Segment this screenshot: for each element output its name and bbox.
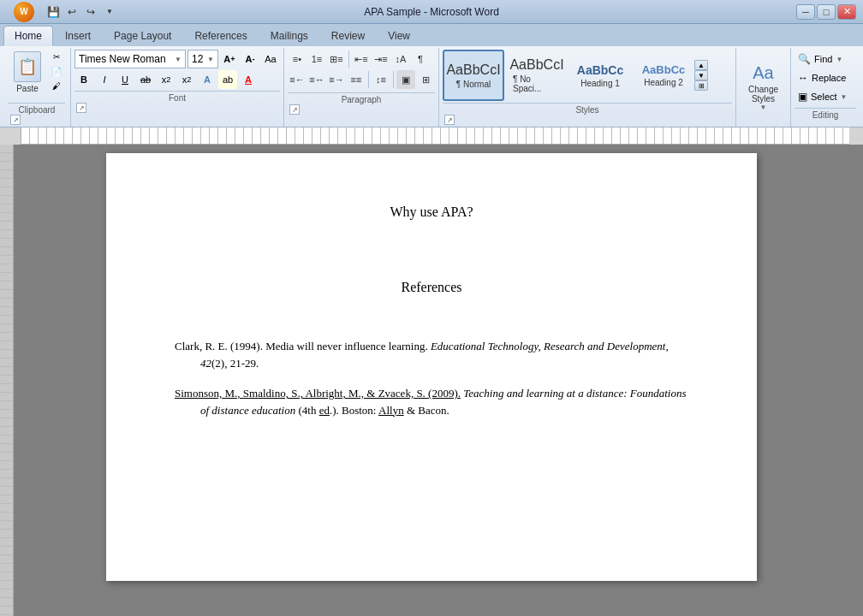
align-right-button[interactable]: ≡→ [327,70,346,89]
styles-scroll-down-button[interactable]: ▼ [694,70,708,80]
style-normal-button[interactable]: AaBbCcI ¶ Normal [443,50,504,101]
font-color-button[interactable]: A [239,70,258,89]
ref2-normal2: .). Boston: [330,404,378,417]
change-styles-button[interactable]: Aa ChangeStyles ▼ [736,48,791,127]
tab-view[interactable]: View [377,26,421,46]
font-expand-btn[interactable]: ↗ [76,103,86,113]
editing-section: 🔍 Find ▼ ↔ Replace ▣ Select ▼ Editing [791,48,860,127]
numbering-button[interactable]: 1≡ [307,50,326,68]
show-marks-button[interactable]: ¶ [411,50,430,68]
align-left-button[interactable]: ≡← [288,70,307,89]
paragraph-row2: ≡← ≡↔ ≡→ ≡≡ ↕≡ ▣ ⊞ [288,70,435,89]
decrease-indent-button[interactable]: ⇤≡ [352,50,371,68]
undo-quick-btn[interactable]: ↩ [63,3,80,21]
text-effects-button[interactable]: A [198,70,217,89]
change-styles-label: ChangeStyles [748,85,778,104]
select-icon: ▣ [798,91,807,103]
format-painter-button[interactable]: 🖌 [48,79,65,92]
select-button[interactable]: ▣ Select ▼ [795,87,856,106]
font-size-dropdown[interactable]: 12 ▼ [187,50,218,68]
style-heading2-button[interactable]: AaBbCc Heading 2 [633,50,694,101]
text-highlight-button[interactable]: ab [218,70,237,89]
style-heading1-preview: AaBbCc [577,63,623,77]
font-size-arrow-icon: ▼ [207,56,214,63]
tab-review[interactable]: Review [320,26,376,46]
italic-button[interactable]: I [95,70,114,89]
paste-button[interactable]: 📋 Paste [9,50,46,94]
document-heading: Why use APA? [175,204,688,220]
superscript-button[interactable]: x2 [177,70,196,89]
font-row2: B I U ab x2 x2 A ab A [74,70,280,89]
font-shrink-button[interactable]: A- [241,50,259,68]
paragraph-expand-btn[interactable]: ↗ [289,104,300,115]
styles-more-button[interactable]: ⊞ [694,80,708,91]
styles-scroll-up-button[interactable]: ▲ [694,60,708,70]
find-button[interactable]: 🔍 Find ▼ [795,50,856,68]
font-grow-button[interactable]: A+ [220,50,239,68]
ruler-left-side [0,127,21,145]
ref2-normal: (4th [295,404,318,417]
paragraph-label: Paragraph ↗ [288,92,435,115]
line-spacing-button[interactable]: ↕≡ [372,70,390,89]
ribbon: Home Insert Page Layout References Maili… [0,24,863,127]
tab-references[interactable]: References [183,26,258,46]
underline-button[interactable]: U [116,70,134,89]
ref2-underline3: Allyn [378,404,404,417]
bullets-button[interactable]: ≡• [288,50,307,68]
reference-entry-1: Clark, R. E. (1994). Media will never in… [175,338,688,371]
borders-button[interactable]: ⊞ [416,70,435,89]
increase-indent-button[interactable]: ⇥≡ [372,50,390,68]
font-section: Times New Roman ▼ 12 ▼ A+ A- Aa B I U ab… [71,48,284,127]
paste-label: Paste [16,84,39,93]
reference-entry-2: Simonson, M., Smaldino, S., Albright, M.… [175,385,688,418]
save-quick-btn[interactable]: 💾 [45,3,62,21]
redo-quick-btn[interactable]: ↪ [82,3,99,21]
document-scroll-area[interactable]: Why use APA? References Clark, R. E. (19… [14,145,849,616]
sort-button[interactable]: ↕A [391,50,410,68]
spacer2 [175,321,688,338]
cut-button[interactable]: ✂ [48,50,65,63]
minimize-button[interactable]: ─ [796,4,815,20]
subscript-button[interactable]: x2 [157,70,176,89]
strikethrough-button[interactable]: ab [136,70,155,89]
font-name-dropdown[interactable]: Times New Roman ▼ [74,50,186,68]
shading-button[interactable]: ▣ [396,70,415,89]
replace-icon: ↔ [798,72,808,84]
ruler-main[interactable] [21,127,849,145]
tab-page-layout[interactable]: Page Layout [103,26,182,46]
styles-nav-buttons: ▲ ▼ ⊞ [694,58,708,92]
tab-mailings[interactable]: Mailings [259,26,319,46]
tab-home[interactable]: Home [3,26,53,46]
clear-formatting-button[interactable]: Aa [261,50,280,68]
bold-button[interactable]: B [74,70,93,89]
office-button[interactable]: W [7,0,41,24]
style-heading1-button[interactable]: AaBbCc Heading 1 [569,50,631,101]
clipboard-label: Clipboard ↗ [9,103,65,125]
align-center-button[interactable]: ≡↔ [307,70,326,89]
style-no-spacing-preview: AaBbCcI [509,57,563,73]
styles-row: AaBbCcI ¶ Normal AaBbCcI ¶ No Spaci... A… [443,50,694,101]
select-arrow-icon: ▼ [841,93,848,101]
styles-label: Styles ↗ [443,103,732,125]
close-button[interactable]: ✕ [837,4,856,20]
clipboard-expand-btn[interactable]: ↗ [10,115,21,125]
justify-button[interactable]: ≡≡ [347,70,366,89]
clipboard-section: 📋 Paste ✂ 📄 🖌 Clipboard ↗ [3,48,71,127]
replace-button[interactable]: ↔ Replace [795,68,856,87]
font-name-arrow-icon: ▼ [175,56,182,63]
style-no-spacing-button[interactable]: AaBbCcI ¶ No Spaci... [506,50,568,101]
copy-button[interactable]: 📄 [48,64,65,78]
quick-access-more-btn[interactable]: ▼ [101,3,118,21]
window-controls: ─ □ ✕ [796,4,856,20]
restore-button[interactable]: □ [817,4,836,20]
styles-expand-btn[interactable]: ↗ [444,115,455,125]
multilevel-list-button[interactable]: ⊞≡ [327,50,346,68]
ruler-area [0,127,863,145]
find-icon: 🔍 [798,53,811,65]
tab-insert[interactable]: Insert [54,26,102,46]
style-normal-preview: AaBbCcI [446,62,500,78]
references-heading: References [175,280,688,295]
style-no-spacing-label: ¶ No Spaci... [513,74,561,93]
quick-access-toolbar: 💾 ↩ ↪ ▼ [45,3,118,21]
ribbon-content: 📋 Paste ✂ 📄 🖌 Clipboard ↗ Times New Roma… [0,46,863,127]
